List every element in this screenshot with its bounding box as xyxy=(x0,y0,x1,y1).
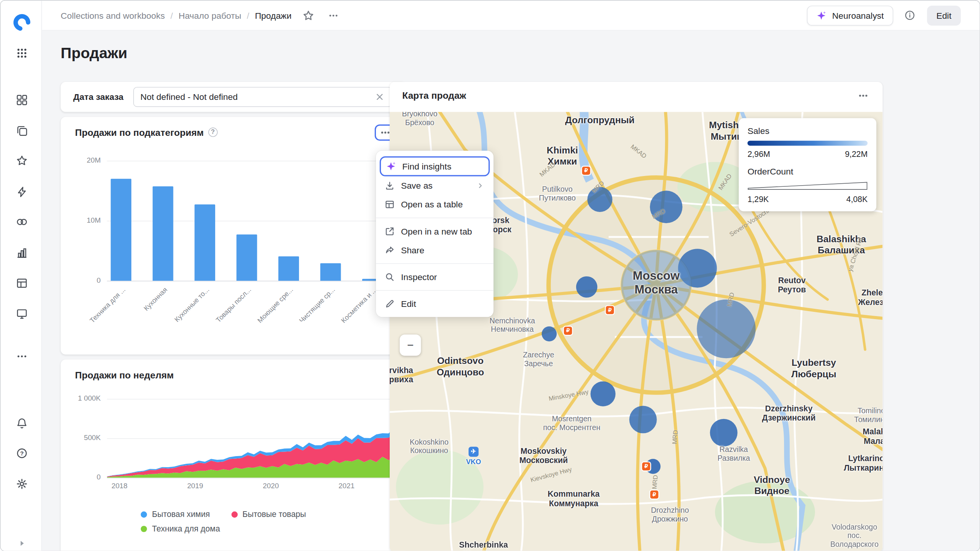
area-plot: 1 000K 500K 0 2018 2019 2020 2021 xyxy=(107,399,395,478)
bar-chart-title: Продажи по подкатегориям xyxy=(75,127,204,138)
header-actions: Neuroanalyst Edit xyxy=(807,5,960,25)
map-city-label: MalakhovkaМалаховка xyxy=(863,427,883,446)
map-road-label: MKAD xyxy=(629,143,648,160)
help-button[interactable]: ? xyxy=(10,442,34,465)
y-tick: 0 xyxy=(71,276,101,284)
more-icon xyxy=(380,127,391,138)
dashboard: Продажи Дата заказа Not defined - Not de… xyxy=(42,31,979,551)
breadcrumb-more-button[interactable] xyxy=(325,7,341,23)
map-poi-marker: ₽ xyxy=(642,462,650,470)
menu-item-share[interactable]: Share xyxy=(376,241,493,259)
breadcrumb: Collections and workbooks / Начало работ… xyxy=(60,10,291,20)
menu-divider xyxy=(376,263,493,264)
menu-label: Edit xyxy=(401,299,416,309)
download-icon xyxy=(385,181,395,191)
map-city-label: RazvilkaРазвилка xyxy=(717,445,750,463)
neuroanalyst-button[interactable]: Neuroanalyst xyxy=(807,5,893,25)
sidebar-item-favorites[interactable] xyxy=(10,150,34,172)
gridline xyxy=(107,161,395,161)
menu-label: Save as xyxy=(401,181,433,191)
sidebar-item-collections[interactable] xyxy=(10,119,34,142)
legend-dot-red xyxy=(231,511,237,517)
map-city-label: TomilinoТомилино xyxy=(854,406,882,424)
ordercount-min: 1,29K xyxy=(748,194,769,204)
map-city-label: LyubertsyЛюберцы xyxy=(791,357,836,380)
menu-item-save-as[interactable]: Save as xyxy=(376,176,493,195)
breadcrumb-getting-started[interactable]: Начало работы xyxy=(178,10,241,20)
notifications-button[interactable] xyxy=(10,412,34,435)
map-menu-button[interactable] xyxy=(854,88,872,103)
favorite-star-button[interactable] xyxy=(300,7,316,23)
menu-item-open-as-table[interactable]: Open as a table xyxy=(376,195,493,214)
bar-plot: 20M 10M 0 Техника для ...КухоннаяКухонны… xyxy=(107,161,395,281)
apps-grid-button[interactable] xyxy=(10,42,34,64)
datalens-logo[interactable] xyxy=(10,11,34,34)
help-icon[interactable]: ? xyxy=(208,127,218,137)
legend-item[interactable]: Бытовая химия xyxy=(141,510,210,519)
map-city-label: Долгопрудный xyxy=(565,114,634,126)
map-road-label: Kievskoye Hwy xyxy=(530,466,573,483)
bar[interactable] xyxy=(194,205,215,281)
sidebar-expand-button[interactable] xyxy=(10,532,34,551)
dashboards-icon xyxy=(16,94,28,106)
zoom-out-button[interactable]: − xyxy=(400,334,421,356)
top-bar: Collections and workbooks / Начало работ… xyxy=(42,1,979,31)
legend-label: Бытовые товары xyxy=(242,510,306,519)
map-city-label: KokoshkinoКокошкино xyxy=(410,438,448,455)
menu-item-inspector[interactable]: Inspector xyxy=(376,267,493,286)
area-legend: Бытовая химия Бытовые товары Техника для… xyxy=(141,510,351,533)
clear-filter-button[interactable] xyxy=(374,91,385,103)
settings-button[interactable] xyxy=(10,473,34,495)
ordercount-size-wedge xyxy=(748,181,868,191)
menu-divider xyxy=(376,290,493,291)
map-title: Карта продаж xyxy=(402,90,466,101)
apps-grid-icon xyxy=(16,47,28,60)
menu-item-edit[interactable]: Edit xyxy=(376,295,493,313)
more-icon xyxy=(858,90,869,101)
menu-label: Inspector xyxy=(401,272,437,282)
info-button[interactable] xyxy=(902,7,918,23)
sidebar-item-dashboards[interactable] xyxy=(10,89,34,111)
legend-item[interactable]: Бытовые товары xyxy=(231,510,306,519)
sidebar-item-tables[interactable] xyxy=(10,272,34,295)
menu-label: Open in a new tab xyxy=(401,227,472,236)
sparkle-icon xyxy=(817,10,826,20)
area-svg[interactable] xyxy=(107,399,395,478)
map-poi-marker: ₽ xyxy=(582,166,590,174)
pencil-icon xyxy=(385,299,395,309)
sales-gradient-bar xyxy=(748,141,868,146)
legend-item[interactable]: Техника для дома xyxy=(141,524,220,533)
datasets-icon xyxy=(16,216,28,228)
area-chart-title: Продажи по неделям xyxy=(75,370,174,380)
star-icon xyxy=(16,155,28,167)
date-filter-input[interactable]: Not defined - Not defined xyxy=(134,87,392,107)
menu-item-find-insights[interactable]: Find insights xyxy=(380,156,490,176)
bar[interactable] xyxy=(278,257,299,281)
menu-label: Share xyxy=(401,245,424,255)
lightning-icon xyxy=(16,186,28,198)
bar[interactable] xyxy=(237,234,257,280)
map-city-label: ZheleznodorЖелезнодоро xyxy=(858,288,882,307)
bar[interactable] xyxy=(153,186,173,281)
breadcrumb-collections[interactable]: Collections and workbooks xyxy=(60,10,165,20)
sidebar-item-monitor[interactable] xyxy=(10,303,34,325)
monitor-icon xyxy=(16,308,28,320)
bar[interactable] xyxy=(111,179,131,280)
sidebar-item-more[interactable] xyxy=(10,345,34,368)
sidebar-item-charts[interactable] xyxy=(10,242,34,264)
map-poi-marker: ₽ xyxy=(564,327,572,335)
info-icon xyxy=(904,10,916,21)
sidebar-item-datasets[interactable] xyxy=(10,211,34,233)
sparkle-icon xyxy=(386,161,396,171)
breadcrumb-separator: / xyxy=(241,10,255,20)
map-city-label: VidnoyeВидное xyxy=(754,474,790,496)
map-poi-marker: ₽ xyxy=(606,306,614,314)
date-filter-label: Дата заказа xyxy=(73,92,123,102)
legend-dot-green xyxy=(141,525,147,531)
y-tick: 1 000K xyxy=(71,395,101,402)
more-icon xyxy=(328,10,339,21)
bar[interactable] xyxy=(320,263,341,281)
sidebar-item-quick-actions[interactable] xyxy=(10,181,34,203)
menu-item-open-new-tab[interactable]: Open in a new tab xyxy=(376,222,493,241)
edit-button[interactable]: Edit xyxy=(927,5,960,25)
